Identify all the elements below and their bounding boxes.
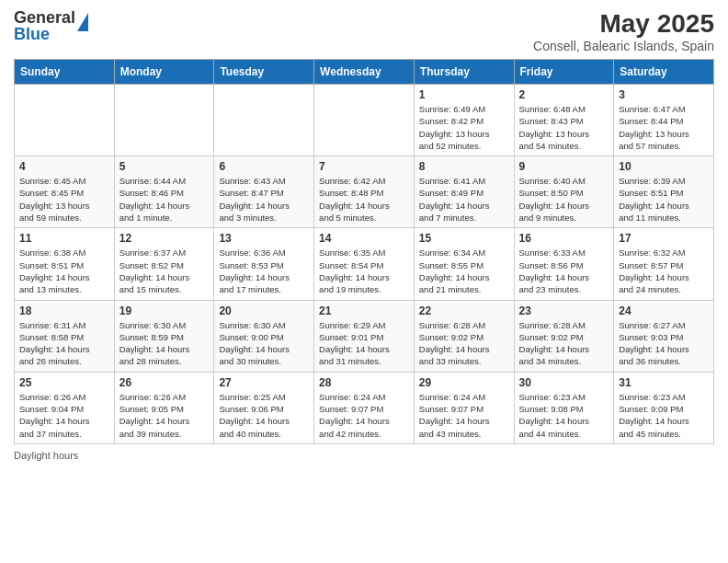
day-info: Sunrise: 6:29 AMSunset: 9:01 PMDaylight:… bbox=[319, 319, 409, 368]
week-row-0: 1Sunrise: 6:49 AMSunset: 8:42 PMDaylight… bbox=[15, 85, 714, 156]
day-number: 26 bbox=[119, 376, 210, 389]
day-cell: 22Sunrise: 6:28 AMSunset: 9:02 PMDayligh… bbox=[414, 300, 514, 372]
day-info: Sunrise: 6:25 AMSunset: 9:06 PMDaylight:… bbox=[219, 391, 309, 440]
day-cell: 28Sunrise: 6:24 AMSunset: 9:07 PMDayligh… bbox=[314, 372, 415, 443]
day-header-thursday: Thursday bbox=[414, 60, 514, 85]
sub-title: Consell, Balearic Islands, Spain bbox=[533, 39, 714, 53]
day-number: 24 bbox=[619, 304, 709, 317]
day-info: Sunrise: 6:23 AMSunset: 9:08 PMDaylight:… bbox=[519, 391, 609, 440]
day-cell: 2Sunrise: 6:48 AMSunset: 8:43 PMDaylight… bbox=[514, 85, 614, 156]
day-number: 20 bbox=[219, 304, 309, 317]
calendar-header: SundayMondayTuesdayWednesdayThursdayFrid… bbox=[15, 60, 714, 85]
day-number: 31 bbox=[619, 376, 709, 389]
day-cell: 18Sunrise: 6:31 AMSunset: 8:58 PMDayligh… bbox=[15, 300, 115, 372]
day-cell: 31Sunrise: 6:23 AMSunset: 9:09 PMDayligh… bbox=[614, 372, 714, 443]
logo-general: General bbox=[14, 9, 75, 26]
day-number: 9 bbox=[519, 160, 609, 173]
day-header-sunday: Sunday bbox=[15, 60, 115, 85]
day-number: 28 bbox=[319, 376, 409, 389]
day-cell bbox=[314, 85, 415, 156]
day-header-friday: Friday bbox=[514, 60, 614, 85]
day-cell: 20Sunrise: 6:30 AMSunset: 9:00 PMDayligh… bbox=[214, 300, 314, 372]
day-cell: 21Sunrise: 6:29 AMSunset: 9:01 PMDayligh… bbox=[314, 300, 415, 372]
week-row-1: 4Sunrise: 6:45 AMSunset: 8:45 PMDaylight… bbox=[15, 156, 714, 228]
day-info: Sunrise: 6:23 AMSunset: 9:09 PMDaylight:… bbox=[619, 391, 709, 440]
day-cell: 30Sunrise: 6:23 AMSunset: 9:08 PMDayligh… bbox=[514, 372, 614, 443]
day-info: Sunrise: 6:28 AMSunset: 9:02 PMDaylight:… bbox=[519, 319, 609, 368]
day-cell: 11Sunrise: 6:38 AMSunset: 8:51 PMDayligh… bbox=[15, 228, 115, 300]
calendar: SundayMondayTuesdayWednesdayThursdayFrid… bbox=[14, 59, 714, 444]
day-header-wednesday: Wednesday bbox=[314, 60, 415, 85]
day-number: 11 bbox=[19, 232, 109, 245]
day-info: Sunrise: 6:45 AMSunset: 8:45 PMDaylight:… bbox=[19, 175, 109, 224]
day-info: Sunrise: 6:27 AMSunset: 9:03 PMDaylight:… bbox=[619, 319, 709, 368]
day-info: Sunrise: 6:36 AMSunset: 8:53 PMDaylight:… bbox=[219, 247, 309, 295]
main-title: May 2025 bbox=[533, 9, 714, 39]
header: General Blue May 2025 Consell, Balearic … bbox=[14, 9, 714, 53]
day-info: Sunrise: 6:39 AMSunset: 8:51 PMDaylight:… bbox=[619, 175, 709, 224]
day-info: Sunrise: 6:33 AMSunset: 8:56 PMDaylight:… bbox=[519, 247, 609, 295]
day-info: Sunrise: 6:34 AMSunset: 8:55 PMDaylight:… bbox=[419, 247, 509, 295]
day-header-monday: Monday bbox=[114, 60, 214, 85]
day-info: Sunrise: 6:24 AMSunset: 9:07 PMDaylight:… bbox=[319, 391, 409, 440]
day-cell: 1Sunrise: 6:49 AMSunset: 8:42 PMDaylight… bbox=[414, 85, 514, 156]
day-cell: 5Sunrise: 6:44 AMSunset: 8:46 PMDaylight… bbox=[114, 156, 214, 228]
week-row-4: 25Sunrise: 6:26 AMSunset: 9:04 PMDayligh… bbox=[15, 372, 714, 443]
calendar-body: 1Sunrise: 6:49 AMSunset: 8:42 PMDaylight… bbox=[15, 85, 714, 444]
header-row: SundayMondayTuesdayWednesdayThursdayFrid… bbox=[15, 60, 714, 85]
day-cell: 25Sunrise: 6:26 AMSunset: 9:04 PMDayligh… bbox=[15, 372, 115, 443]
day-cell: 29Sunrise: 6:24 AMSunset: 9:07 PMDayligh… bbox=[414, 372, 514, 443]
day-cell: 3Sunrise: 6:47 AMSunset: 8:44 PMDaylight… bbox=[614, 85, 714, 156]
day-info: Sunrise: 6:48 AMSunset: 8:43 PMDaylight:… bbox=[519, 103, 609, 152]
day-info: Sunrise: 6:30 AMSunset: 9:00 PMDaylight:… bbox=[219, 319, 309, 368]
day-number: 14 bbox=[319, 232, 409, 245]
day-info: Sunrise: 6:35 AMSunset: 8:54 PMDaylight:… bbox=[319, 247, 409, 295]
day-number: 1 bbox=[419, 88, 509, 101]
daylight-label: Daylight hours bbox=[14, 450, 78, 461]
day-cell: 6Sunrise: 6:43 AMSunset: 8:47 PMDaylight… bbox=[214, 156, 314, 228]
day-cell: 16Sunrise: 6:33 AMSunset: 8:56 PMDayligh… bbox=[514, 228, 614, 300]
day-cell: 15Sunrise: 6:34 AMSunset: 8:55 PMDayligh… bbox=[414, 228, 514, 300]
day-cell: 27Sunrise: 6:25 AMSunset: 9:06 PMDayligh… bbox=[214, 372, 314, 443]
day-number: 13 bbox=[219, 232, 309, 245]
day-info: Sunrise: 6:47 AMSunset: 8:44 PMDaylight:… bbox=[619, 103, 709, 152]
day-info: Sunrise: 6:28 AMSunset: 9:02 PMDaylight:… bbox=[419, 319, 509, 368]
day-cell: 12Sunrise: 6:37 AMSunset: 8:52 PMDayligh… bbox=[114, 228, 214, 300]
day-info: Sunrise: 6:37 AMSunset: 8:52 PMDaylight:… bbox=[119, 247, 210, 295]
day-info: Sunrise: 6:38 AMSunset: 8:51 PMDaylight:… bbox=[19, 247, 109, 295]
day-cell bbox=[114, 85, 214, 156]
day-cell bbox=[214, 85, 314, 156]
title-section: May 2025 Consell, Balearic Islands, Spai… bbox=[533, 9, 714, 53]
day-info: Sunrise: 6:32 AMSunset: 8:57 PMDaylight:… bbox=[619, 247, 709, 295]
day-info: Sunrise: 6:41 AMSunset: 8:49 PMDaylight:… bbox=[419, 175, 509, 224]
day-cell bbox=[15, 85, 115, 156]
day-info: Sunrise: 6:42 AMSunset: 8:48 PMDaylight:… bbox=[319, 175, 409, 224]
day-number: 23 bbox=[519, 304, 609, 317]
day-number: 27 bbox=[219, 376, 309, 389]
page: General Blue May 2025 Consell, Balearic … bbox=[0, 0, 728, 563]
day-number: 19 bbox=[119, 304, 210, 317]
day-number: 18 bbox=[19, 304, 109, 317]
day-number: 17 bbox=[619, 232, 709, 245]
day-number: 22 bbox=[419, 304, 509, 317]
footer: Daylight hours bbox=[14, 450, 714, 461]
day-cell: 23Sunrise: 6:28 AMSunset: 9:02 PMDayligh… bbox=[514, 300, 614, 372]
day-info: Sunrise: 6:26 AMSunset: 9:04 PMDaylight:… bbox=[19, 391, 109, 440]
day-header-saturday: Saturday bbox=[614, 60, 714, 85]
day-number: 6 bbox=[219, 160, 309, 173]
day-number: 25 bbox=[19, 376, 109, 389]
day-cell: 9Sunrise: 6:40 AMSunset: 8:50 PMDaylight… bbox=[514, 156, 614, 228]
day-info: Sunrise: 6:26 AMSunset: 9:05 PMDaylight:… bbox=[119, 391, 210, 440]
day-info: Sunrise: 6:24 AMSunset: 9:07 PMDaylight:… bbox=[419, 391, 509, 440]
day-cell: 24Sunrise: 6:27 AMSunset: 9:03 PMDayligh… bbox=[614, 300, 714, 372]
day-number: 8 bbox=[419, 160, 509, 173]
day-info: Sunrise: 6:40 AMSunset: 8:50 PMDaylight:… bbox=[519, 175, 609, 224]
day-cell: 19Sunrise: 6:30 AMSunset: 8:59 PMDayligh… bbox=[114, 300, 214, 372]
day-info: Sunrise: 6:31 AMSunset: 8:58 PMDaylight:… bbox=[19, 319, 109, 368]
day-number: 2 bbox=[519, 88, 609, 101]
day-number: 15 bbox=[419, 232, 509, 245]
day-number: 29 bbox=[419, 376, 509, 389]
week-row-3: 18Sunrise: 6:31 AMSunset: 8:58 PMDayligh… bbox=[15, 300, 714, 372]
day-number: 3 bbox=[619, 88, 709, 101]
day-number: 16 bbox=[519, 232, 609, 245]
